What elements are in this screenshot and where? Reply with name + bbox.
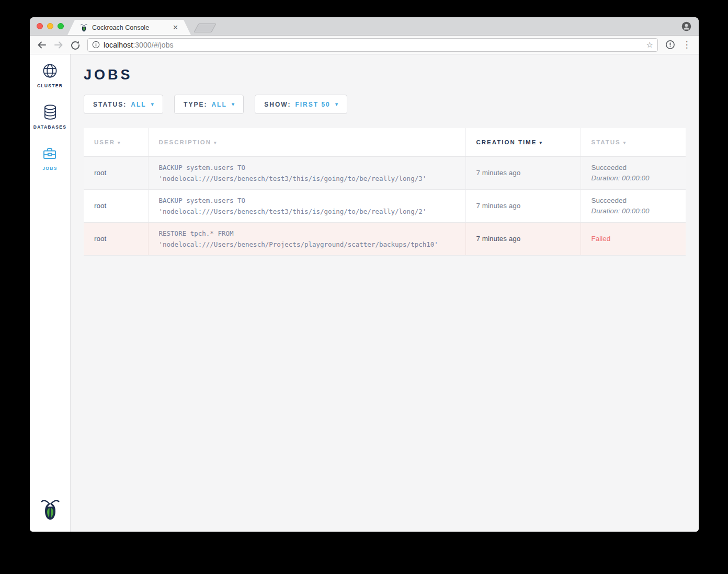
url-path: :3000/#/jobs <box>133 41 173 49</box>
reload-icon <box>71 40 80 50</box>
zoom-window-button[interactable] <box>58 23 64 29</box>
column-header-label: CREATION TIME <box>476 139 537 145</box>
column-header-label: USER <box>94 139 115 145</box>
table-row[interactable]: root BACKUP system.users TO 'nodelocal:/… <box>84 189 686 222</box>
job-user: root <box>84 189 148 222</box>
sidebar-item-jobs[interactable]: JOBS <box>42 145 57 171</box>
column-header-status[interactable]: STATUS▾ <box>581 128 686 156</box>
browser-tabstrip: Cockroach Console ✕ <box>30 17 699 36</box>
status-duration: Duration: 00:00:00 <box>592 173 681 183</box>
cockroach-logo-icon <box>40 497 61 521</box>
window-controls <box>37 23 64 29</box>
job-description-line1: BACKUP system.users TO <box>159 195 460 206</box>
new-tab-button[interactable] <box>194 24 216 32</box>
job-user: root <box>84 222 148 255</box>
page-title: JOBS <box>84 67 699 83</box>
forward-button[interactable] <box>52 38 65 52</box>
bookmark-star-icon[interactable]: ☆ <box>646 40 653 50</box>
column-header-label: DESCRIPTION <box>159 139 212 145</box>
filter-value: ALL <box>131 101 146 108</box>
cockroach-favicon-icon <box>80 24 88 32</box>
status-badge: Succeeded <box>592 196 681 206</box>
sort-arrow-icon: ▾ <box>539 140 543 145</box>
chevron-down-icon: ▾ <box>335 101 338 108</box>
filter-label: TYPE: <box>184 101 207 108</box>
job-status: Failed <box>581 222 686 255</box>
url-bar[interactable]: localhost:3000/#/jobs ☆ <box>87 38 658 52</box>
url-host: localhost <box>104 41 133 49</box>
status-filter-dropdown[interactable]: STATUS: ALL ▾ <box>84 95 163 114</box>
column-header-description[interactable]: DESCRIPTION▾ <box>148 128 465 156</box>
job-description-line1: RESTORE tpch.* FROM <box>159 228 460 239</box>
globe-icon <box>42 63 58 78</box>
show-filter-dropdown[interactable]: SHOW: FIRST 50 ▾ <box>255 95 347 114</box>
extension-icon[interactable] <box>663 38 677 52</box>
sidebar-item-label: CLUSTER <box>37 83 63 88</box>
table-row[interactable]: root RESTORE tpch.* FROM 'nodelocal:///U… <box>84 222 686 255</box>
job-description-line2: 'nodelocal:///Users/benesch/Projects/pla… <box>159 239 460 250</box>
sort-arrow-icon: ▾ <box>214 140 218 145</box>
sort-arrow-icon: ▾ <box>118 140 121 145</box>
back-button[interactable] <box>35 38 49 52</box>
column-header-user[interactable]: USER▾ <box>84 128 148 156</box>
browser-tab[interactable]: Cockroach Console ✕ <box>67 20 191 35</box>
back-arrow-icon <box>37 40 47 50</box>
sidebar-item-label: DATABASES <box>33 124 66 130</box>
browser-menu-icon[interactable]: ⋮ <box>680 38 693 52</box>
tab-title: Cockroach Console <box>92 24 168 31</box>
job-user: root <box>84 156 148 189</box>
column-header-label: STATUS <box>592 139 621 145</box>
job-description-line1: BACKUP system.users TO <box>159 162 460 173</box>
sidebar-item-label: JOBS <box>42 166 57 171</box>
database-icon <box>43 104 58 120</box>
job-status: Succeeded Duration: 00:00:00 <box>581 156 686 189</box>
main-content: JOBS STATUS: ALL ▾ TYPE: ALL ▾ SHOW: FIR… <box>71 54 699 532</box>
browser-toolbar: localhost:3000/#/jobs ☆ ⋮ <box>30 36 699 54</box>
page-info-icon[interactable] <box>92 41 100 49</box>
filter-bar: STATUS: ALL ▾ TYPE: ALL ▾ SHOW: FIRST 50… <box>84 95 699 114</box>
filter-label: SHOW: <box>264 101 291 108</box>
job-creation-time: 7 minutes ago <box>465 189 581 222</box>
job-description: BACKUP system.users TO 'nodelocal:///Use… <box>148 189 465 222</box>
minimize-window-button[interactable] <box>47 23 53 29</box>
sidebar: CLUSTER DATABASES <box>30 54 71 532</box>
menu-dots-glyph: ⋮ <box>682 39 691 50</box>
jobs-table: USER▾ DESCRIPTION▾ CREATION TIME▾ STATUS… <box>84 128 686 256</box>
job-creation-time: 7 minutes ago <box>465 222 581 255</box>
chevron-down-icon: ▾ <box>232 101 235 108</box>
sidebar-item-databases[interactable]: DATABASES <box>33 104 66 130</box>
tab-close-icon[interactable]: ✕ <box>173 24 178 31</box>
sort-arrow-icon: ▾ <box>623 140 627 145</box>
close-window-button[interactable] <box>37 23 43 29</box>
chevron-down-icon: ▾ <box>151 101 154 108</box>
filter-value: ALL <box>211 101 226 108</box>
job-description: BACKUP system.users TO 'nodelocal:///Use… <box>148 156 465 189</box>
url-text: localhost:3000/#/jobs <box>104 41 174 49</box>
filter-label: STATUS: <box>93 101 127 108</box>
briefcase-icon <box>42 145 57 161</box>
status-badge: Failed <box>592 235 681 243</box>
job-description-line2: 'nodelocal:///Users/benesch/test3/this/i… <box>159 173 460 184</box>
status-badge: Succeeded <box>592 163 681 173</box>
sidebar-item-cluster[interactable]: CLUSTER <box>37 63 63 88</box>
cockroach-console-app: CLUSTER DATABASES <box>30 54 699 532</box>
browser-profile-avatar-icon[interactable] <box>681 21 691 31</box>
job-creation-time: 7 minutes ago <box>465 156 581 189</box>
column-header-creation-time[interactable]: CREATION TIME▾ <box>465 128 581 156</box>
job-description-line2: 'nodelocal:///Users/benesch/test3/this/i… <box>159 206 460 217</box>
table-row[interactable]: root BACKUP system.users TO 'nodelocal:/… <box>84 156 686 189</box>
filter-value: FIRST 50 <box>295 101 330 108</box>
table-header-row: USER▾ DESCRIPTION▾ CREATION TIME▾ STATUS… <box>84 128 686 156</box>
job-description: RESTORE tpch.* FROM 'nodelocal:///Users/… <box>148 222 465 255</box>
browser-window: Cockroach Console ✕ <box>30 17 699 532</box>
reload-button[interactable] <box>69 38 82 52</box>
job-status: Succeeded Duration: 00:00:00 <box>581 189 686 222</box>
type-filter-dropdown[interactable]: TYPE: ALL ▾ <box>174 95 244 114</box>
status-duration: Duration: 00:00:00 <box>592 206 681 216</box>
forward-arrow-icon <box>54 40 63 50</box>
